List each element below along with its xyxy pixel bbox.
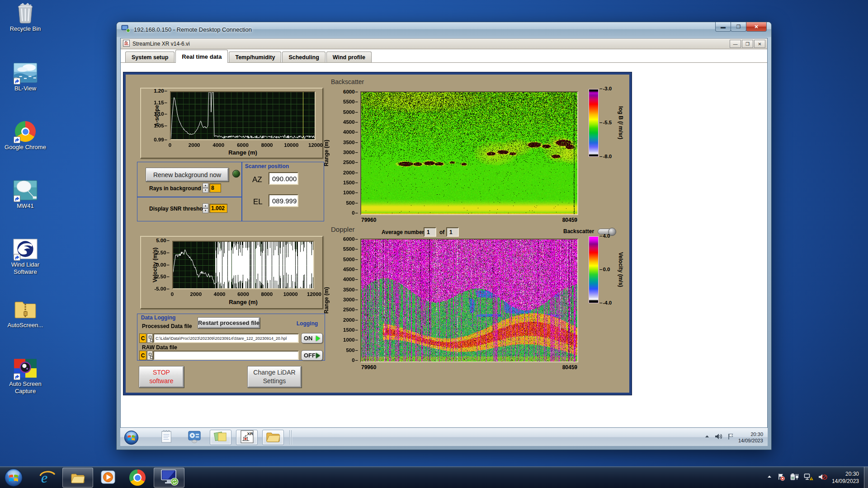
backscatter-toggle-label: Backscatter: [563, 228, 594, 235]
y-tick-label: 1000: [333, 337, 358, 343]
svg-text:XR: XR: [247, 431, 253, 436]
desktop-icon-autoscreen[interactable]: AutoScreen...: [0, 299, 51, 329]
backscatter-canvas: [361, 92, 577, 214]
app-titlebar[interactable]: StreamLine XR v14-6.vi — ❐ ✕: [121, 38, 767, 49]
tab-system-setup[interactable]: System setup: [125, 52, 175, 62]
tab-temp-humidity[interactable]: Temp/humidity: [229, 52, 281, 62]
host-clock-date: 14/09/2023: [832, 478, 859, 485]
desktop-icon-bl-view[interactable]: BL-View: [0, 62, 51, 92]
rays-spinner[interactable]: ▲▼: [203, 183, 208, 193]
y-tick-label: 1.10: [144, 111, 167, 117]
power-icon[interactable]: [790, 473, 799, 482]
internet-explorer-icon: e: [38, 469, 56, 487]
y-tick-label: 3500: [333, 140, 358, 145]
snr-value-field[interactable]: 1.002: [209, 204, 227, 213]
volume-icon[interactable]: [714, 433, 723, 442]
app-restore-button[interactable]: ❐: [742, 40, 753, 48]
show-desktop-button[interactable]: [864, 467, 868, 488]
doppler-section-title: Doppler: [331, 225, 355, 233]
remote-taskbar-button-control-panel[interactable]: [184, 430, 205, 445]
az-value-field[interactable]: 090.000: [269, 172, 298, 185]
front-panel-background: Backscatter A-scope Range (m) 1.201.151.…: [121, 63, 767, 427]
raw-path-field[interactable]: [153, 351, 299, 360]
remote-taskbar-button-notepad[interactable]: [156, 430, 177, 445]
desktop-icon-label: Auto Screen Capture: [0, 380, 51, 395]
y-tick-label: 1.05: [144, 123, 167, 128]
rdp-minimize-button[interactable]: ▬: [715, 22, 731, 32]
hidden-icons-button[interactable]: [704, 433, 710, 441]
app-window-controls: — ❐ ✕: [730, 40, 765, 48]
raw-browse-icon[interactable]: [147, 351, 153, 360]
rdp-titlebar[interactable]: 192.168.0.150 - Remote Desktop Connectio…: [117, 22, 771, 37]
processed-drive-box[interactable]: C: [139, 333, 146, 343]
network-warning-icon[interactable]: [804, 473, 813, 483]
y-tick-label: 1500: [333, 327, 358, 333]
desktop-icon-google-chrome[interactable]: Google Chrome: [0, 121, 51, 151]
on-led-icon: [316, 336, 320, 341]
explorer-icon: [266, 431, 280, 445]
desktop-icon-wind-lidar-software[interactable]: Wind Lidar Software: [0, 239, 51, 276]
rays-value-field[interactable]: 8: [209, 183, 221, 192]
restart-processed-file-button[interactable]: Restart processed file: [198, 317, 260, 328]
host-clock[interactable]: 20:3014/09/2023: [832, 470, 863, 485]
average-number-field[interactable]: 1: [424, 227, 436, 237]
wls-icon: [13, 239, 38, 260]
snr-spinner[interactable]: ▲▼: [203, 203, 208, 213]
taskbar-button-internet-explorer[interactable]: e: [35, 468, 59, 488]
app-close-button[interactable]: ✕: [754, 40, 765, 48]
raw-logging-off-button[interactable]: OFF: [301, 350, 323, 361]
y-tick-label: 5500: [333, 246, 358, 252]
el-value-field[interactable]: 089.999: [269, 194, 298, 207]
host-taskbar: 20:3014/09/2023 e: [0, 466, 868, 488]
average-number-label: Average number: [382, 229, 424, 235]
processed-browse-icon[interactable]: [147, 333, 153, 343]
start-button[interactable]: [2, 468, 25, 488]
tab-scheduling[interactable]: Scheduling: [282, 52, 325, 62]
shortcut-arrow-icon: [14, 254, 20, 261]
raw-drive-box[interactable]: C: [139, 351, 146, 360]
remote-start-button[interactable]: [122, 430, 140, 445]
app-minimize-button[interactable]: —: [730, 40, 741, 48]
stop-software-button[interactable]: STOPsoftware: [139, 366, 184, 388]
tab-bar: System setupReal time dataTemp/humidityS…: [121, 50, 767, 63]
desktop-icon-recycle-bin[interactable]: Recycle Bin: [0, 3, 51, 33]
rdp-window: 192.168.0.150 - Remote Desktop Connectio…: [117, 22, 771, 450]
doppler-heatmap: [360, 239, 578, 362]
y-tick-label: 0.99: [144, 137, 167, 142]
explorer-icon: [71, 472, 85, 484]
volume-muted-icon[interactable]: [818, 473, 827, 483]
desktop-icon-auto-screen-capture[interactable]: Auto Screen Capture: [0, 358, 51, 395]
taskbar-button-chrome[interactable]: [126, 468, 149, 488]
remote-taskbar-button-explorer[interactable]: [262, 430, 284, 445]
x-tick-label: 10000: [281, 291, 301, 297]
desktop-icon-label: Recycle Bin: [0, 25, 51, 33]
y-tick-label: 0: [333, 210, 358, 216]
taskbar-button-remote-desktop[interactable]: [154, 468, 184, 488]
desktop-icon-mw41[interactable]: MW41: [0, 180, 51, 210]
rdp-close-button[interactable]: ✕: [746, 22, 767, 32]
action-center-alert-icon[interactable]: [777, 473, 785, 483]
change-lidar-settings-button[interactable]: Change LiDARSettings: [247, 366, 302, 388]
doppler-colorbar-label: Velocity (m/s): [618, 236, 624, 303]
colorbar-tick-label: -5.5: [599, 120, 612, 125]
shortcut-arrow-icon: [14, 78, 20, 84]
processed-logging-on-button[interactable]: ON: [301, 333, 323, 343]
tab-wind-profile[interactable]: Wind profile: [326, 52, 372, 62]
data-logging-group: Data Logging Processed Data file Restart…: [137, 314, 325, 361]
chrome-icon: [129, 469, 146, 486]
x-tick-label: 2000: [186, 291, 206, 297]
off-label: OFF: [304, 352, 316, 359]
remote-clock-date: 14/09/2023: [738, 437, 763, 444]
tab-real-time-data[interactable]: Real time data: [175, 50, 228, 63]
action-center-icon[interactable]: [727, 433, 734, 442]
taskbar-button-explorer[interactable]: [62, 468, 93, 488]
rays-in-background-label: Rays in background: [149, 185, 201, 192]
rdp-maximize-button[interactable]: ❐: [731, 22, 746, 32]
remote-taskbar-button-sticky-notes[interactable]: [210, 430, 231, 445]
processed-path-field[interactable]: C:\Lidar\Data\Proc\2023\202309\20230914\…: [153, 333, 299, 343]
taskbar-button-media-player[interactable]: [97, 468, 120, 488]
remote-taskbar-button-streamline-xr[interactable]: XR: [236, 430, 258, 445]
hidden-icons-button[interactable]: [766, 474, 773, 482]
average-total-field[interactable]: 1: [446, 227, 459, 237]
renew-background-button[interactable]: Renew background now: [146, 168, 229, 182]
